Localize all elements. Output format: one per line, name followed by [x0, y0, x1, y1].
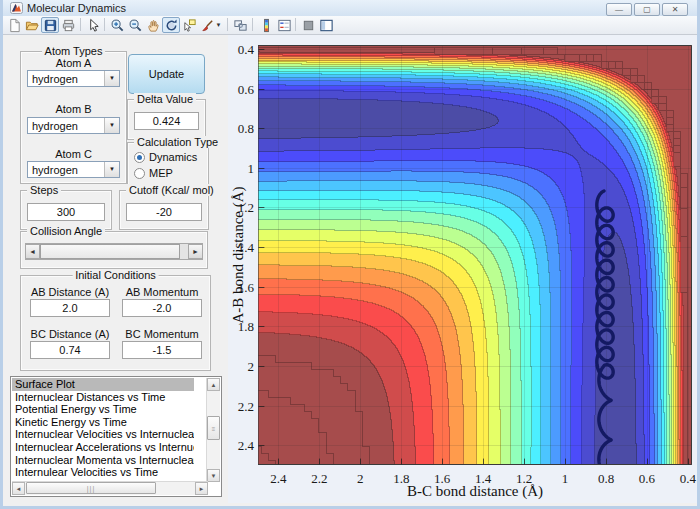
slider-right-arrow[interactable]: ► — [188, 244, 203, 259]
radio-mep[interactable]: MEP — [134, 167, 204, 179]
figure-area: 2.42.221.81.61.41.210.80.60.4 0.40.60.81… — [228, 35, 697, 503]
bc-momentum-label: BC Momentum — [116, 328, 208, 340]
list-item[interactable]: Internuclear Accelerations vs Internucle… — [12, 441, 194, 454]
list-item[interactable]: Internulear Velocities vs Time — [12, 466, 194, 479]
hand-pan-icon — [146, 18, 161, 33]
scroll-down-arrow[interactable]: ▼ — [207, 469, 220, 482]
dropdown-arrow-icon: ▼ — [104, 71, 119, 86]
list-item[interactable]: Internuclear Momenta vs Internuclear Dis… — [12, 454, 194, 467]
list-item[interactable]: Surface Plot — [12, 378, 194, 391]
y-tick-label: 2 — [228, 359, 254, 375]
insert-colorbar-button[interactable] — [257, 17, 275, 33]
radio-dynamics[interactable]: Dynamics — [134, 151, 204, 163]
delta-value-field[interactable]: 0.424 — [134, 112, 199, 130]
steps-field[interactable]: 300 — [27, 203, 105, 221]
title-bar[interactable]: Molecular Dynamics — ▢ ✕ — [3, 0, 697, 16]
vertical-scroll-thumb[interactable]: ≡ — [207, 416, 220, 440]
atom-a-label: Atom A — [20, 57, 127, 69]
delta-value-title: Delta Value — [134, 93, 196, 105]
radio-selected-icon — [134, 152, 145, 163]
data-cursor-icon — [182, 18, 197, 33]
y-tick-label: 2.2 — [228, 399, 254, 415]
bc-distance-label: BC Distance (A) — [24, 328, 116, 340]
y-axis-label: A-B bond distance (Å) — [230, 165, 246, 345]
vertical-scrollbar[interactable]: ▲ ≡ ▼ — [206, 378, 220, 482]
ab-distance-label: AB Distance (A) — [24, 286, 116, 298]
insert-legend-button[interactable] — [275, 17, 293, 33]
atom-a-dropdown[interactable]: hydrogen ▼ — [27, 70, 120, 87]
chevron-down-icon: ▼ — [216, 22, 222, 28]
arrow-cursor-icon — [86, 18, 101, 33]
zoom-in-button[interactable] — [108, 17, 126, 33]
brush-dropdown-button[interactable]: ▼ — [214, 17, 223, 33]
dropdown-arrow-icon: ▼ — [104, 162, 119, 177]
edit-plot-button[interactable] — [84, 17, 102, 33]
calculation-type-title: Calculation Type — [134, 136, 221, 148]
link-plot-icon — [233, 18, 248, 33]
hide-plot-tools-button[interactable] — [299, 17, 317, 33]
bc-distance-field[interactable]: 0.74 — [30, 341, 110, 359]
horizontal-scrollbar[interactable]: ◄ ||| ► — [12, 481, 208, 495]
close-button[interactable]: ✕ — [662, 3, 688, 16]
cutoff-field[interactable]: -20 — [126, 203, 202, 221]
y-tick-label: 0.4 — [228, 42, 254, 58]
rotate-3d-button[interactable] — [162, 17, 180, 33]
app-window: Molecular Dynamics — ▢ ✕ — [0, 0, 700, 509]
atom-b-label: Atom B — [20, 103, 127, 115]
atom-b-value: hydrogen — [32, 120, 78, 132]
show-plot-tools-button[interactable] — [317, 17, 335, 33]
y-tick-label: 0.6 — [228, 82, 254, 98]
maximize-button[interactable]: ▢ — [634, 3, 660, 16]
y-tick-label: 0.8 — [228, 121, 254, 137]
printer-icon — [61, 18, 76, 33]
list-item[interactable]: Kinetic Energy vs Time — [12, 416, 194, 429]
rotate-3d-icon — [164, 18, 179, 33]
list-item[interactable]: Internuclear Velocities vs Internuclear … — [12, 428, 194, 441]
pan-button[interactable] — [144, 17, 162, 33]
collision-angle-slider[interactable]: ◄ ► — [25, 243, 203, 260]
horizontal-scroll-thumb[interactable]: ||| — [26, 482, 156, 494]
print-figure-button[interactable] — [59, 17, 77, 33]
list-item[interactable]: Internuclear Distances vs Time — [12, 391, 194, 404]
slider-thumb[interactable] — [40, 244, 180, 259]
plot-type-listbox[interactable]: Surface PlotInternuclear Distances vs Ti… — [10, 376, 222, 497]
atom-c-label: Atom C — [20, 148, 127, 160]
zoom-out-button[interactable] — [126, 17, 144, 33]
zoom-in-icon — [110, 18, 125, 33]
new-figure-button[interactable] — [5, 17, 23, 33]
atom-c-value: hydrogen — [32, 164, 78, 176]
zoom-out-icon — [128, 18, 143, 33]
save-figure-button[interactable] — [41, 17, 59, 33]
pes-contour-plot[interactable] — [258, 45, 692, 465]
hide-plot-tools-icon — [301, 18, 316, 33]
minimize-button[interactable]: — — [606, 3, 632, 16]
data-cursor-button[interactable] — [180, 17, 198, 33]
list-item[interactable]: Potential Energy vs Time — [12, 403, 194, 416]
listbox-items: Surface PlotInternuclear Distances vs Ti… — [12, 378, 194, 479]
colorbar-icon — [259, 18, 274, 33]
x-axis-label: B-C bond distance (Å) — [325, 483, 625, 500]
figure-toolbar: ▼ — [3, 16, 697, 35]
matlab-app-icon — [10, 2, 23, 14]
link-plot-button[interactable] — [231, 17, 249, 33]
save-floppy-icon — [43, 18, 58, 33]
steps-title: Steps — [27, 184, 61, 196]
radio-unselected-icon — [134, 168, 145, 179]
scroll-up-arrow[interactable]: ▲ — [207, 378, 220, 391]
bc-momentum-field[interactable]: -1.5 — [122, 341, 202, 359]
legend-icon — [277, 18, 292, 33]
open-folder-icon — [25, 18, 40, 33]
atom-c-dropdown[interactable]: hydrogen ▼ — [27, 161, 120, 178]
scroll-left-arrow[interactable]: ◄ — [12, 482, 25, 495]
update-button[interactable]: Update — [128, 54, 205, 94]
open-file-button[interactable] — [23, 17, 41, 33]
scroll-right-arrow[interactable]: ► — [195, 482, 208, 495]
ab-distance-field[interactable]: 2.0 — [30, 299, 110, 317]
x-tick-label: 0.4 — [680, 471, 696, 487]
brush-icon — [200, 18, 215, 33]
x-tick-label: 2.4 — [270, 471, 286, 487]
slider-left-arrow[interactable]: ◄ — [25, 244, 40, 259]
x-tick-label: 0.6 — [639, 471, 655, 487]
ab-momentum-field[interactable]: -2.0 — [122, 299, 202, 317]
atom-b-dropdown[interactable]: hydrogen ▼ — [27, 117, 120, 134]
